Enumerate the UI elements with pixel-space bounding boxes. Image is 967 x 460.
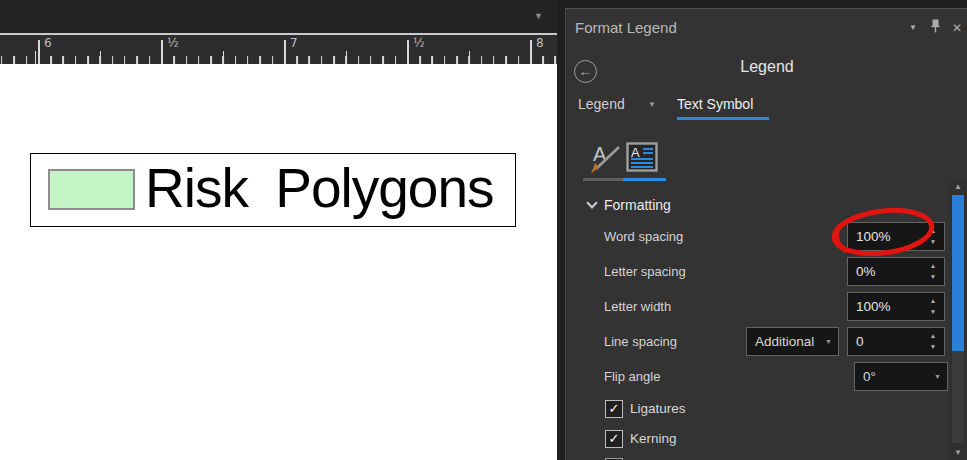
line-spacing-mode-dropdown[interactable]: Additional ▼	[746, 327, 839, 356]
checkmark-icon: ✓	[609, 401, 620, 416]
tab-legend[interactable]: Legend	[578, 96, 625, 112]
layout-page[interactable]: Risk Polygons	[0, 64, 557, 460]
dropdown-caret-icon[interactable]: ▼	[825, 338, 832, 345]
ruler-mark: 7	[284, 35, 324, 64]
scrollbar-track-lower[interactable]	[952, 351, 964, 443]
arcgis-pro-window: ▼ 6 ½ 7 ½ 8 Risk Polygons Format Legend …	[0, 0, 967, 460]
icon-tab-underline-inactive	[583, 178, 623, 181]
pane-scrollbar[interactable]: ▲ ▼	[950, 179, 966, 460]
flip-angle-dropdown[interactable]: 0° ▼	[854, 362, 948, 391]
letter-width-input[interactable]: 100% ▲▼	[847, 292, 945, 321]
tab-symbol-formatting[interactable]: A	[626, 142, 658, 175]
ruler-mark: ½	[161, 35, 201, 64]
spinner-down-icon[interactable]: ▼	[926, 271, 940, 282]
view-top-strip: ▼	[0, 0, 557, 33]
scrollbar-thumb[interactable]	[952, 195, 964, 351]
horizontal-ruler: 6 ½ 7 ½ 8	[0, 33, 557, 64]
tab-text-symbol[interactable]: Text Symbol	[677, 96, 753, 112]
spinner-down-icon[interactable]: ▼	[926, 236, 940, 247]
tab-legend-caret-icon[interactable]: ▼	[648, 100, 656, 109]
svg-text:A: A	[631, 145, 640, 160]
kerning-checkbox[interactable]: ✓	[605, 430, 623, 448]
ruler-mark: 6	[38, 35, 78, 64]
pane-menu-caret-icon[interactable]: ▼	[904, 19, 922, 37]
line-spacing-label: Line spacing	[604, 334, 677, 349]
ruler-label: ½	[413, 36, 425, 50]
ruler-label: 7	[290, 36, 298, 50]
legend-swatch-polygon[interactable]	[48, 169, 135, 210]
letter-spacing-input[interactable]: 0% ▲▼	[847, 257, 945, 286]
letter-spacing-label: Letter spacing	[604, 264, 686, 279]
letter-spacing-value[interactable]: 0%	[856, 264, 876, 279]
kerning-label[interactable]: Kerning	[630, 431, 677, 446]
checkmark-icon: ✓	[609, 431, 620, 446]
format-legend-pane: Format Legend ▼ ✕ ← Legend Legend ▼ Text…	[557, 0, 967, 460]
ruler-label: 6	[44, 36, 52, 50]
spinner-down-icon[interactable]: ▼	[926, 306, 940, 317]
word-spacing-input[interactable]: 100% ▲▼	[847, 222, 945, 251]
pane-close-icon[interactable]: ✕	[948, 19, 966, 37]
scroll-up-icon[interactable]: ▲	[950, 181, 966, 193]
font-brush-icon: A	[587, 139, 625, 175]
word-spacing-label: Word spacing	[604, 229, 683, 244]
ligatures-label[interactable]: Ligatures	[630, 401, 686, 416]
format-legend-pane-body: Format Legend ▼ ✕ ← Legend Legend ▼ Text…	[565, 8, 967, 460]
letter-width-label: Letter width	[604, 299, 671, 314]
ruler-label: ½	[167, 36, 179, 50]
chevron-down-icon[interactable]	[586, 197, 597, 208]
ligatures-checkbox[interactable]: ✓	[605, 400, 623, 418]
spinner-up-icon[interactable]: ▲	[926, 260, 940, 271]
ruler-mark: 8	[530, 35, 557, 64]
spinner-down-icon[interactable]: ▼	[926, 341, 940, 352]
line-spacing-value[interactable]: 0	[856, 334, 864, 349]
ruler-label: 8	[536, 36, 544, 50]
legend-element[interactable]: Risk Polygons	[30, 153, 516, 227]
ruler-mark: ½	[407, 35, 447, 64]
view-dropdown-icon[interactable]: ▼	[534, 11, 543, 21]
dropdown-caret-icon[interactable]: ▼	[934, 373, 941, 380]
scroll-down-icon[interactable]: ▼	[950, 447, 966, 459]
line-spacing-mode-value: Additional	[755, 334, 814, 349]
word-spacing-value[interactable]: 100%	[856, 229, 891, 244]
legend-item-label[interactable]: Risk Polygons	[145, 153, 493, 223]
spinner-up-icon[interactable]: ▲	[926, 295, 940, 306]
spinner-up-icon[interactable]: ▲	[926, 330, 940, 341]
flip-angle-value: 0°	[863, 369, 876, 384]
letter-width-value[interactable]: 100%	[856, 299, 891, 314]
pane-title: Format Legend	[575, 19, 677, 36]
pane-heading: Legend	[566, 58, 967, 76]
ruler-medium-ticks	[0, 51, 557, 64]
layout-view: ▼ 6 ½ 7 ½ 8 Risk Polygons	[0, 0, 557, 460]
tab-active-underline	[677, 117, 769, 120]
section-formatting[interactable]: Formatting	[604, 197, 671, 213]
icon-tab-underline-active	[623, 178, 666, 181]
spinner-up-icon[interactable]: ▲	[926, 225, 940, 236]
tab-symbol-general[interactable]: A	[587, 139, 625, 178]
pane-pin-icon[interactable]	[926, 19, 944, 37]
paragraph-format-icon: A	[626, 142, 658, 172]
line-spacing-input[interactable]: 0 ▲▼	[847, 327, 945, 356]
flip-angle-label: Flip angle	[604, 369, 660, 384]
